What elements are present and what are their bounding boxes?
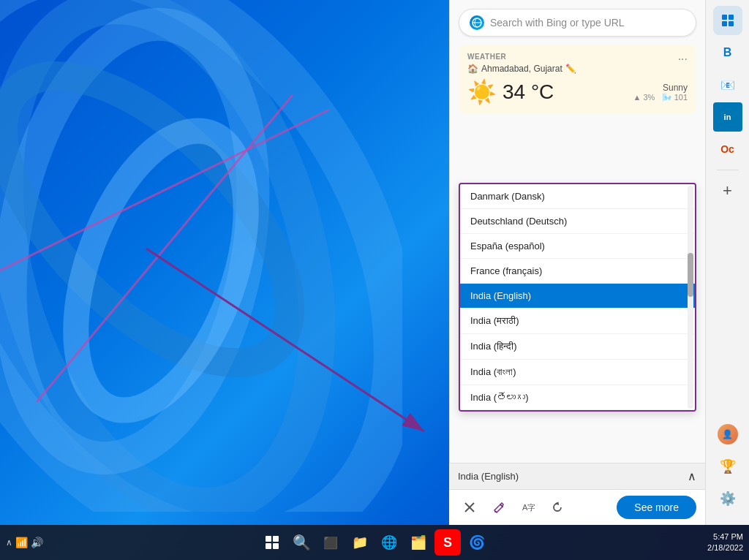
taskbar-chrome-button[interactable]: 🌐 xyxy=(376,529,402,556)
dropdown-item-1[interactable]: Deutschland (Deutsch) xyxy=(460,209,695,234)
taskbar-edge-button[interactable]: 🌀 xyxy=(464,529,490,556)
weather-more-button[interactable]: ··· xyxy=(678,53,688,66)
translate-icon-button[interactable]: A字 xyxy=(516,496,540,519)
taskbar: ∧ 📶 🔊 🔍 ⬛ 📁 🌐 🗂️ S xyxy=(0,525,749,560)
edit-icon-button[interactable] xyxy=(487,496,511,519)
dropdown-item-8[interactable]: India (తెలుగు) xyxy=(460,385,695,410)
sidebar-icon-settings[interactable]: ⚙️ xyxy=(713,484,742,513)
sidebar-icon-outlook[interactable]: 📧 xyxy=(713,70,742,99)
chevron-up-icon: ∧ xyxy=(688,469,696,483)
dropdown-item-4[interactable]: India (English) xyxy=(460,284,695,309)
svg-point-2 xyxy=(0,5,285,477)
weather-card: WEATHER ··· 🏠 Ahmadabad, Gujarat ✏️ ☀️ 3… xyxy=(459,45,696,113)
weather-location: 🏠 Ahmadabad, Gujarat ✏️ xyxy=(467,64,688,74)
weather-temperature: 34 °C xyxy=(503,80,554,104)
dropdown-item-6[interactable]: India (हिन्दी) xyxy=(460,334,695,360)
language-selector[interactable]: India (English) ∧ xyxy=(449,463,705,490)
taskbar-right: 5:47 PM 2/18/2022 xyxy=(707,531,743,554)
desktop: B 📧 in Oc + 👤 🏆 ⚙️ Search with Bing xyxy=(0,0,749,560)
taskbar-search-button[interactable]: 🔍 xyxy=(288,529,315,556)
edge-sidebar: B 📧 in Oc + 👤 🏆 ⚙️ xyxy=(705,0,749,525)
svg-line-8 xyxy=(146,249,424,431)
sidebar-icon-oc[interactable]: Oc xyxy=(713,135,742,164)
sidebar-icon-linkedin[interactable]: in xyxy=(713,102,742,132)
dropdown-item-3[interactable]: France (français) xyxy=(460,259,695,284)
dropdown-scrollbar-thumb[interactable] xyxy=(688,253,693,297)
svg-point-1 xyxy=(0,0,369,512)
svg-rect-9 xyxy=(722,15,727,20)
taskbar-start-button[interactable] xyxy=(259,529,285,556)
svg-marker-18 xyxy=(555,502,560,505)
taskbar-center: 🔍 ⬛ 📁 🌐 🗂️ S 🌀 xyxy=(259,529,490,556)
sidebar-icon-add[interactable]: + xyxy=(713,176,742,205)
search-bar-placeholder: Search with Bing or type URL xyxy=(490,17,685,29)
taskbar-taskview-button[interactable]: ⬛ xyxy=(317,529,344,556)
svg-rect-11 xyxy=(722,21,727,26)
weather-label: WEATHER xyxy=(467,53,688,61)
taskbar-clock[interactable]: 5:47 PM 2/18/2022 xyxy=(707,531,743,554)
svg-rect-10 xyxy=(729,15,734,20)
svg-line-5 xyxy=(0,110,329,270)
svg-text:A字: A字 xyxy=(522,503,535,512)
taskbar-left: ∧ 📶 🔊 xyxy=(6,537,43,548)
language-dropdown[interactable]: Danmark (Dansk) Deutschland (Deutsch) Es… xyxy=(459,183,696,412)
dropdown-item-2[interactable]: España (español) xyxy=(460,234,695,259)
sidebar-icon-bing[interactable]: B xyxy=(713,38,742,67)
dropdown-item-5[interactable]: India (मराठी) xyxy=(460,309,695,334)
weather-status: Sunny ▲ 3% 🌬️ 101 xyxy=(633,83,688,102)
edge-panel: Search with Bing or type URL WEATHER ···… xyxy=(449,0,705,525)
edge-browser-icon xyxy=(470,15,484,30)
close-button[interactable] xyxy=(458,496,481,519)
svg-line-6 xyxy=(37,95,293,402)
see-more-button[interactable]: See more xyxy=(617,496,696,519)
refresh-icon-button[interactable] xyxy=(546,496,569,519)
sidebar-icon-trophy[interactable]: 🏆 xyxy=(713,452,742,481)
dropdown-scrollbar[interactable] xyxy=(688,186,693,409)
search-bar[interactable]: Search with Bing or type URL xyxy=(459,9,696,37)
sidebar-divider xyxy=(717,170,739,170)
taskbar-fileexplorer-button[interactable]: 📁 xyxy=(347,529,373,556)
taskbar-notification-area-left: ∧ 📶 🔊 xyxy=(6,537,43,548)
taskbar-app1-button[interactable]: S xyxy=(434,529,461,556)
svg-point-4 xyxy=(42,108,280,433)
taskbar-folder-button[interactable]: 🗂️ xyxy=(405,529,432,556)
svg-rect-12 xyxy=(729,21,734,26)
dropdown-item-7[interactable]: India (বাংলা) xyxy=(460,360,695,385)
svg-point-3 xyxy=(0,28,338,410)
svg-point-0 xyxy=(0,0,402,512)
language-selector-value: India (English) xyxy=(458,471,519,482)
sidebar-icon-grid[interactable] xyxy=(713,6,742,35)
weather-icon: ☀️ xyxy=(467,78,497,106)
action-bar: A字 See more xyxy=(449,490,705,525)
dropdown-item-0[interactable]: Danmark (Dansk) xyxy=(460,184,695,209)
sidebar-icon-avatar[interactable]: 👤 xyxy=(713,420,742,449)
bottom-bar: India (English) ∧ A字 xyxy=(449,463,705,525)
